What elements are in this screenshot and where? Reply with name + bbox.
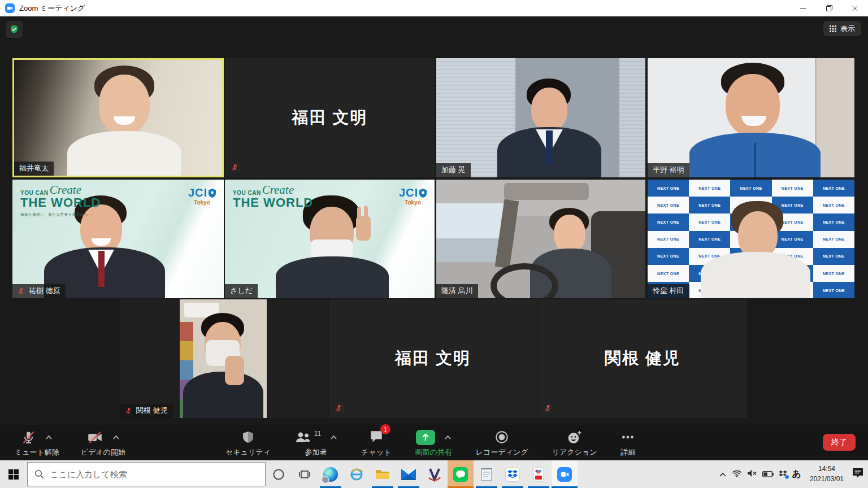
internet-explorer-icon [349, 467, 364, 482]
torso [701, 252, 810, 298]
video-options-caret[interactable] [112, 435, 120, 440]
face [531, 88, 567, 132]
dropbox-tray-icon[interactable] [779, 470, 787, 478]
file-explorer-icon [375, 468, 390, 481]
task-view-button[interactable] [292, 460, 318, 488]
security-label: セキュリティ [225, 447, 271, 457]
participant-name-tag: 怜皇 村田 [648, 284, 689, 298]
participant-tile[interactable]: 関根 健児 [120, 299, 328, 418]
grid-icon [830, 25, 836, 32]
participants-icon [294, 430, 311, 445]
portrait-video [180, 299, 267, 418]
taskbar-app-v[interactable] [422, 460, 448, 488]
reactions-button[interactable]: リアクション [552, 429, 597, 457]
jci-tokyo-logo: JCI Tokyo [399, 186, 427, 206]
clock-date: 2021/03/01 [810, 474, 844, 484]
participant-tile[interactable]: 関根 健児 [538, 299, 747, 418]
person-figure [14, 60, 222, 176]
mail-icon [401, 469, 416, 480]
participant-tile[interactable]: YOU CANCreate THE WORLD JCI Tokyo さしだ [225, 180, 435, 298]
participant-tile[interactable]: 福田 文明 [329, 299, 537, 418]
zoom-meeting-window: Zoom ミーティング 表示 福井竜太 福 [0, 0, 868, 488]
security-button[interactable]: セキュリティ [225, 429, 271, 457]
muted-mic-icon [125, 407, 132, 415]
title-bar: Zoom ミーティング [0, 0, 868, 16]
unmute-label: ミュート解除 [15, 447, 59, 457]
action-center-icon[interactable] [852, 468, 863, 481]
person-figure [436, 58, 645, 177]
security-shield-badge[interactable] [6, 21, 23, 38]
person-figure [648, 180, 854, 298]
jci-create-text: Create [50, 184, 81, 196]
participant-tile[interactable]: 加藤 晃 [436, 58, 645, 177]
participant-tile[interactable]: 福井竜太 [12, 58, 224, 177]
taskbar-app-edge[interactable] [318, 460, 344, 488]
participants-caret[interactable] [330, 435, 337, 440]
ime-indicator[interactable]: あ [792, 468, 801, 480]
wifi-icon[interactable] [732, 469, 742, 480]
zoom-app-icon [5, 3, 15, 13]
taskbar-search[interactable] [27, 462, 266, 486]
volume-muted-icon[interactable] [747, 469, 757, 480]
chat-button[interactable]: 1 チャット [361, 429, 391, 457]
finger [364, 206, 368, 219]
meeting-area: 表示 福井竜太 福田 文明 [0, 16, 868, 460]
search-input[interactable] [50, 469, 242, 479]
record-button[interactable]: レコーディング [476, 429, 528, 457]
taskbar-app-zoom[interactable] [552, 460, 578, 488]
hidden-icons-chevron[interactable] [719, 469, 727, 480]
hand [225, 356, 244, 385]
muted-mic-icon [21, 430, 36, 445]
zoom-taskbar-icon [557, 467, 572, 482]
shield-check-icon [9, 24, 19, 34]
taskbar-app-dropbox[interactable] [500, 460, 526, 488]
taskbar-app-explorer[interactable] [370, 460, 396, 488]
participants-count: 11 [314, 430, 321, 438]
taskbar-app-notepad[interactable] [474, 460, 500, 488]
participant-tile[interactable]: NEXT ONENEXT ONENEXT ONENEXT ONENEXT ONE… [648, 180, 854, 298]
participant-tile[interactable]: 福田 文明 [225, 58, 435, 177]
cortana-button[interactable] [266, 460, 292, 488]
face [554, 215, 585, 253]
mic-options-caret[interactable] [45, 435, 53, 440]
jci-shield-icon [209, 189, 216, 198]
share-options-caret[interactable] [444, 435, 452, 440]
participant-name-tag: 祐樹 徳原 [12, 284, 66, 298]
jci-slogan: YOU CANCreate THE WORLD 未来を構想し、新たな世界を東京か… [20, 188, 101, 217]
view-button[interactable]: 表示 [823, 21, 861, 36]
unmute-button[interactable]: ミュート解除 [15, 429, 59, 457]
more-dots-icon [620, 430, 635, 445]
participants-button[interactable]: 11 参加者 [294, 429, 337, 457]
taskbar-app-mail[interactable] [396, 460, 422, 488]
clock-time: 14:54 [810, 464, 844, 474]
taskbar-app-line[interactable] [448, 460, 474, 488]
jci-slogan: YOU CANCreate THE WORLD [233, 188, 313, 209]
muted-mic-icon [542, 403, 553, 413]
more-button[interactable]: 詳細 [620, 429, 635, 457]
participant-tile[interactable]: YOU CANCreate THE WORLD 未来を構想し、新たな世界を東京か… [12, 180, 224, 298]
share-screen-button[interactable]: 画面の共有 [415, 429, 452, 457]
muted-mic-icon [333, 403, 344, 413]
record-icon [494, 430, 509, 445]
participant-tile[interactable]: 隆清 烏川 [436, 180, 645, 298]
taskbar-app-ie[interactable] [344, 460, 370, 488]
restore-button[interactable] [816, 0, 842, 16]
participant-name-tag: 福井竜太 [14, 162, 54, 176]
start-button[interactable] [0, 460, 27, 488]
person-figure [648, 58, 854, 177]
share-screen-icon [416, 430, 435, 445]
close-button[interactable] [842, 0, 868, 16]
minimize-button[interactable] [790, 0, 816, 16]
start-video-button[interactable]: ビデオの開始 [81, 429, 125, 457]
participants-label: 参加者 [305, 447, 327, 457]
face [726, 74, 780, 136]
jci-shield-icon [419, 189, 427, 198]
line-icon [453, 467, 468, 482]
peace-hand [356, 216, 371, 241]
taskbar-clock[interactable]: 14:54 2021/03/01 [806, 464, 847, 484]
taskbar-app-pdf[interactable] [526, 460, 552, 488]
muted-mic-icon [229, 162, 240, 173]
end-meeting-button[interactable]: 終了 [823, 434, 856, 451]
battery-icon[interactable] [762, 469, 774, 480]
participant-tile[interactable]: 平野 裕明 [648, 58, 854, 177]
